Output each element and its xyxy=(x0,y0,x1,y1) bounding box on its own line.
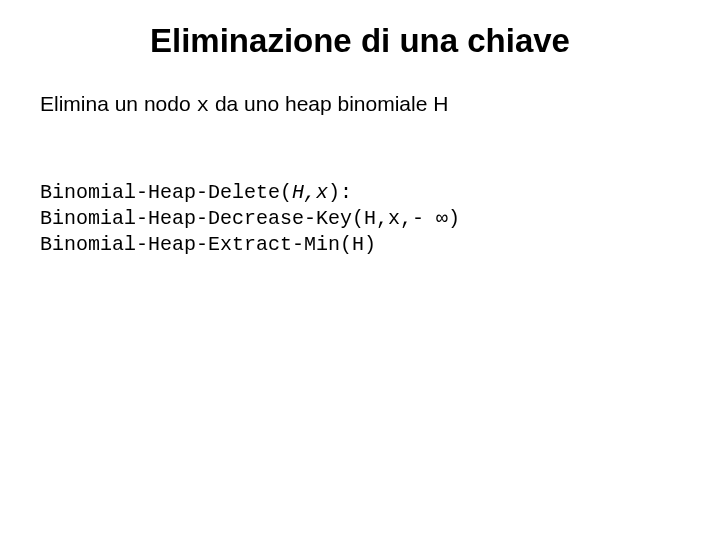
code-block: Binomial-Heap-Delete(H,x): Binomial-Heap… xyxy=(40,180,460,258)
descr-var-x: x xyxy=(196,94,209,117)
code-line-2: Binomial-Heap-Decrease-Key(H,x,- ∞) xyxy=(40,207,460,230)
descr-text-pre: Elimina un nodo xyxy=(40,92,196,115)
slide: Eliminazione di una chiave Elimina un no… xyxy=(0,0,720,540)
code-line-1a: Binomial-Heap-Delete( xyxy=(40,181,292,204)
code-line-1c: ): xyxy=(328,181,352,204)
code-line-3: Binomial-Heap-Extract-Min(H) xyxy=(40,233,376,256)
code-line-1b: H,x xyxy=(292,181,328,204)
slide-description: Elimina un nodo x da uno heap binomiale … xyxy=(40,92,448,117)
slide-title: Eliminazione di una chiave xyxy=(0,22,720,60)
descr-text-post: da uno heap binomiale H xyxy=(209,92,448,115)
